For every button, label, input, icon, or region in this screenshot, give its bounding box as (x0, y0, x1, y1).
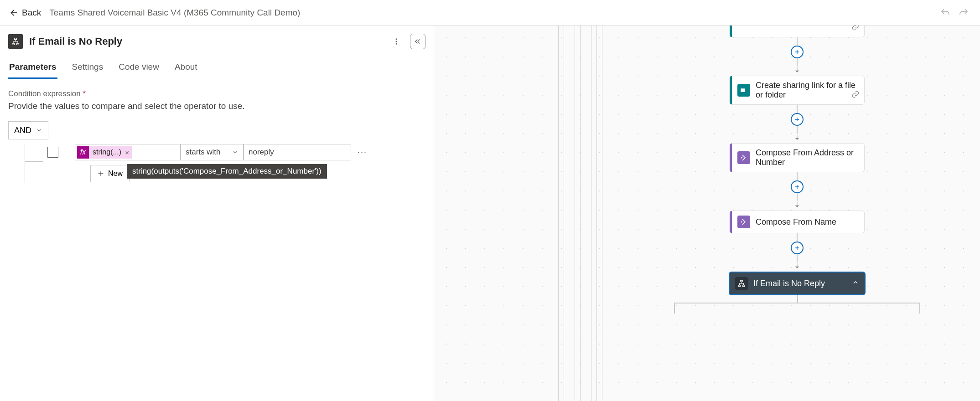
condition-icon (735, 277, 748, 290)
link-icon (851, 90, 860, 101)
compose-icon (737, 216, 750, 228)
condition-right-value: noreply (249, 148, 274, 157)
svg-point-8 (741, 157, 742, 159)
flow-card-partial[interactable] (730, 26, 865, 37)
svg-text:S: S (742, 88, 744, 92)
svg-point-4 (396, 41, 397, 42)
condition-node-icon-chip (8, 34, 23, 49)
config-panel: If Email is No Reply Parameters Settings… (0, 26, 434, 401)
group-operator-dropdown[interactable]: AND (8, 121, 48, 139)
insert-step-button[interactable] (791, 46, 804, 58)
condition-operator-dropdown[interactable]: starts with (181, 144, 244, 160)
svg-point-5 (396, 43, 397, 45)
condition-row-checkbox[interactable] (47, 147, 58, 158)
flow-card-label: If Email is No Reply (753, 279, 825, 288)
kebab-icon (392, 37, 400, 46)
expression-tooltip: string(outputs('Compose_From_Address_or_… (127, 164, 327, 179)
link-icon (851, 26, 860, 33)
tab-settings[interactable]: Settings (71, 62, 104, 79)
redo-icon (958, 7, 969, 18)
chevron-down-icon (36, 127, 42, 134)
panel-title: If Email is No Reply (29, 36, 383, 47)
chevron-down-icon (232, 149, 239, 155)
collapse-node-button[interactable] (852, 279, 859, 288)
flow-card-compose-name[interactable]: Compose From Name (730, 211, 865, 233)
tab-code-view[interactable]: Code view (118, 62, 160, 79)
group-operator-value: AND (14, 126, 31, 135)
flow-card-label: Compose From Name (756, 217, 836, 227)
compose-icon (737, 151, 750, 164)
arrow-left-icon (8, 8, 18, 18)
svg-rect-12 (742, 285, 745, 287)
svg-rect-0 (15, 38, 17, 40)
condition-operator-value: starts with (186, 148, 221, 157)
flow-card-label: Compose From Address or Number (756, 148, 859, 167)
panel-tabs: Parameters Settings Code view About (0, 51, 434, 79)
collapse-panel-button[interactable] (410, 34, 425, 49)
svg-rect-2 (17, 43, 19, 45)
plus-icon (97, 170, 104, 177)
top-bar: Back Teams Shared Voicemail Basic V4 (M3… (0, 0, 980, 26)
condition-field-label: Condition expression (8, 89, 81, 98)
svg-rect-1 (12, 43, 15, 45)
tab-parameters[interactable]: Parameters (8, 62, 57, 79)
chevrons-left-icon (414, 37, 422, 46)
expression-token[interactable]: fx string(...) × (77, 146, 132, 159)
flow-card-compose-from[interactable]: Compose From Address or Number (730, 143, 865, 172)
flow-card-condition-selected[interactable]: If Email is No Reply (729, 272, 866, 295)
canvas-grid (434, 26, 980, 401)
panel-more-button[interactable] (389, 34, 404, 49)
fx-icon: fx (77, 146, 89, 159)
required-indicator: * (83, 89, 86, 98)
tab-about[interactable]: About (174, 62, 198, 79)
new-condition-label: New (108, 170, 123, 178)
sharepoint-icon: S (737, 84, 750, 97)
condition-left-operand[interactable]: fx string(...) × (75, 144, 181, 160)
flow-canvas[interactable]: S Create sharing link for a file or fold… (434, 26, 980, 401)
insert-step-button[interactable] (791, 113, 804, 126)
back-button[interactable]: Back (8, 8, 41, 18)
condition-field-help: Provide the values to compare and select… (8, 101, 425, 111)
insert-step-button[interactable] (791, 180, 804, 193)
svg-point-9 (741, 221, 742, 223)
undo-icon (940, 7, 951, 18)
svg-rect-10 (741, 280, 743, 282)
svg-rect-11 (738, 285, 741, 287)
remove-token-button[interactable]: × (125, 149, 132, 156)
undo-button[interactable] (937, 5, 954, 21)
expression-token-label: string(...) (89, 148, 125, 156)
new-condition-button[interactable]: New (90, 165, 130, 182)
flow-title: Teams Shared Voicemail Basic V4 (M365 Co… (49, 8, 300, 18)
condition-icon (11, 37, 20, 46)
flow-card-sharing-link[interactable]: S Create sharing link for a file or fold… (730, 76, 865, 105)
condition-row-more[interactable]: ··· (358, 148, 367, 157)
back-label: Back (22, 8, 41, 18)
insert-step-button[interactable] (791, 242, 804, 254)
condition-right-operand[interactable]: noreply (244, 144, 351, 160)
svg-point-3 (396, 38, 397, 40)
redo-button[interactable] (955, 5, 972, 21)
flow-card-label: Create sharing link for a file or folder (756, 81, 859, 100)
